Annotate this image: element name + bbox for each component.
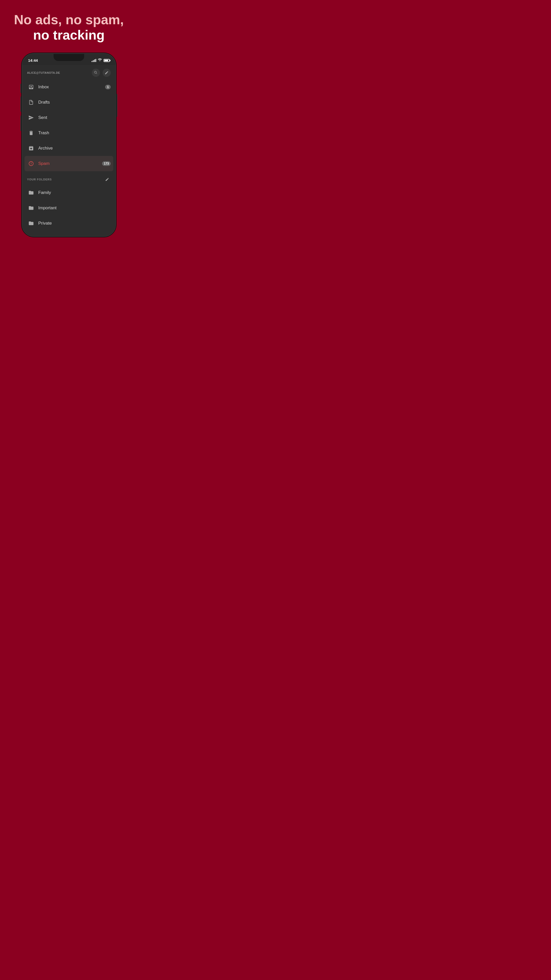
inbox-icon xyxy=(27,83,35,91)
add-folder-icon xyxy=(27,234,35,236)
account-header: ALICE@TUTANOTA.DE xyxy=(22,65,115,80)
folders-section-header: YOUR FOLDERS xyxy=(22,171,115,185)
battery-fill xyxy=(104,60,108,61)
signal-icon xyxy=(92,59,96,62)
edit-folders-button[interactable] xyxy=(103,176,111,183)
folder-private-icon xyxy=(27,219,35,228)
phone-frame: 14:44 xyxy=(22,53,116,237)
archive-label: Archive xyxy=(38,146,111,151)
folder-important-icon xyxy=(27,204,35,212)
headline-line1: No ads, no spam, xyxy=(14,12,124,27)
drafts-icon xyxy=(27,98,35,107)
sidebar-item-sent[interactable]: Sent xyxy=(22,110,115,125)
menu-list: Inbox 1 Drafts xyxy=(22,80,115,171)
search-icon xyxy=(94,71,98,75)
side-button-mute xyxy=(21,84,21,93)
sidebar: ALICE@TUTANOTA.DE xyxy=(22,65,115,236)
inbox-badge: 1 xyxy=(105,85,111,89)
spam-label: Spam xyxy=(38,161,102,166)
trash-label: Trash xyxy=(38,130,111,135)
sent-icon xyxy=(27,114,35,122)
phone-screen: 14:44 xyxy=(22,54,115,236)
side-button-vol-down xyxy=(21,116,21,131)
signal-bar-3 xyxy=(94,59,95,62)
drafts-label: Drafts xyxy=(38,100,111,105)
sidebar-item-trash[interactable]: Trash xyxy=(22,125,115,141)
private-label: Private xyxy=(38,221,111,226)
edit-icon xyxy=(105,177,109,181)
important-label: Important xyxy=(38,205,111,210)
folder-family-icon xyxy=(27,189,35,197)
spam-badge: 173 xyxy=(102,161,111,166)
sent-label: Sent xyxy=(38,115,111,120)
phone-notch xyxy=(54,54,84,61)
side-button-power xyxy=(116,94,118,117)
compose-button[interactable] xyxy=(103,68,111,77)
search-button[interactable] xyxy=(92,68,100,77)
wifi-icon xyxy=(98,59,102,62)
compose-icon xyxy=(105,71,109,75)
inbox-label: Inbox xyxy=(38,84,105,89)
sidebar-item-inbox[interactable]: Inbox 1 xyxy=(22,80,115,95)
family-label: Family xyxy=(38,190,111,195)
side-button-vol-up xyxy=(21,97,21,112)
folders-section-title: YOUR FOLDERS xyxy=(27,178,52,181)
status-icons xyxy=(92,59,110,62)
header-actions xyxy=(92,68,111,77)
sidebar-item-private[interactable]: Private xyxy=(22,216,115,231)
spam-icon xyxy=(27,159,35,168)
account-email: ALICE@TUTANOTA.DE xyxy=(27,71,60,74)
signal-bar-2 xyxy=(93,60,94,62)
phone-mockup: 14:44 xyxy=(22,53,116,237)
headline-line2: no tracking xyxy=(14,27,124,43)
add-folder-button[interactable]: Add folder xyxy=(22,231,115,236)
signal-bar-1 xyxy=(92,61,92,62)
sidebar-item-archive[interactable]: Archive xyxy=(22,141,115,156)
status-time: 14:44 xyxy=(28,58,38,62)
trash-icon xyxy=(27,129,35,137)
sidebar-item-important[interactable]: Important xyxy=(22,200,115,216)
battery-icon xyxy=(103,59,110,62)
signal-bar-4 xyxy=(95,59,96,62)
headline: No ads, no spam, no tracking xyxy=(4,0,134,51)
sidebar-item-spam[interactable]: Spam 173 xyxy=(24,156,113,171)
sidebar-item-drafts[interactable]: Drafts xyxy=(22,95,115,110)
archive-icon xyxy=(27,144,35,152)
sidebar-item-family[interactable]: Family xyxy=(22,185,115,200)
